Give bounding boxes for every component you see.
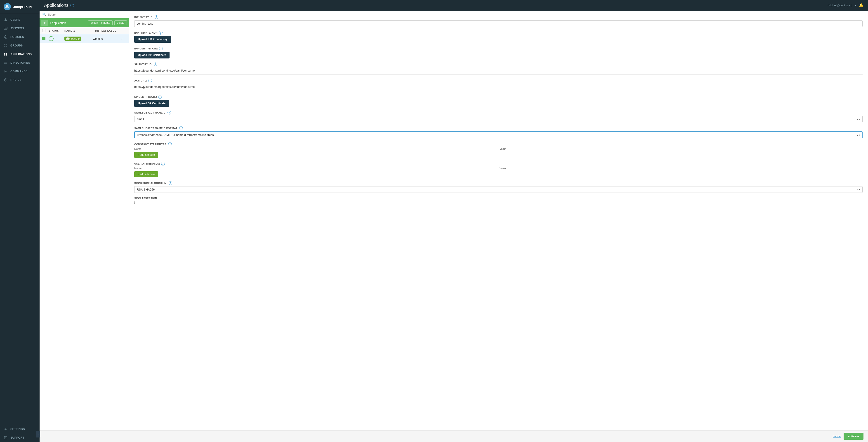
app-count: 1 application: [50, 21, 86, 25]
idp-private-key-info-icon[interactable]: i: [159, 31, 162, 35]
directories-icon: [4, 61, 8, 65]
commands-icon: [4, 69, 8, 73]
user-email: michael@continu.co: [828, 4, 852, 7]
status-column-header: STATUS: [49, 29, 64, 32]
saml-subject-nameid-format-label: SAMLSUBJECT NAMEID FORMAT: i: [134, 127, 863, 130]
action-bar: cancel activate: [39, 430, 868, 442]
sidebar-item-label: RADIUS: [10, 78, 22, 81]
upload-idp-private-key-button[interactable]: Upload IdP Private Key: [134, 36, 171, 43]
sidebar-item-systems[interactable]: SYSTEMS: [0, 24, 39, 33]
sidebar-collapse-button[interactable]: ‹: [36, 431, 40, 438]
svg-rect-11: [6, 53, 7, 54]
acs-url-info-icon[interactable]: i: [148, 79, 152, 82]
add-application-button[interactable]: +: [41, 20, 48, 26]
saml-logo: SAML: [64, 37, 93, 41]
acs-url-label: ACS URL: i: [134, 79, 863, 82]
saml-badge: SAML: [64, 37, 81, 41]
saml-subject-nameid-format-info-icon[interactable]: i: [179, 127, 183, 130]
sp-entity-id-label: SP ENTITY ID: i: [134, 63, 863, 66]
signature-algorithm-info-icon[interactable]: i: [168, 181, 172, 185]
user-dropdown-icon[interactable]: ▾: [855, 4, 856, 7]
activate-button[interactable]: activate: [844, 433, 864, 440]
page-title-info-icon[interactable]: i: [70, 4, 74, 7]
sidebar-item-commands[interactable]: COMMANDS: [0, 67, 39, 76]
sidebar-bottom: SETTINGS SUPPORT: [0, 423, 39, 442]
sidebar-item-label: DIRECTORIES: [10, 61, 30, 64]
sidebar-item-applications[interactable]: APPLICATIONS: [0, 50, 39, 59]
idp-private-key-label: IDP PRIVATE KEY: i: [134, 31, 863, 35]
saml-subject-nameid-info-icon[interactable]: i: [167, 111, 171, 114]
sidebar-item-label: COMMANDS: [10, 70, 28, 73]
svg-rect-10: [4, 53, 5, 54]
user-icon: [4, 18, 8, 22]
svg-marker-14: [4, 70, 7, 72]
display-label-cell: Continu: [93, 37, 121, 40]
signature-algorithm-field: SIGNATURE ALGORITHM: i RSA-SHA256 RSA-SH…: [134, 181, 863, 193]
sidebar-item-support[interactable]: SUPPORT: [0, 434, 39, 442]
constant-attrs-name-col: Name: [134, 147, 497, 150]
page-title: Applications: [44, 3, 68, 8]
cancel-button[interactable]: cancel: [833, 435, 841, 438]
idp-entity-id-label: IDP ENTITY ID: i: [134, 15, 863, 19]
sidebar-item-policies[interactable]: POLICIES: [0, 33, 39, 41]
name-column-header[interactable]: NAME ▲: [64, 29, 95, 32]
svg-rect-9: [6, 46, 7, 47]
gear-icon: [4, 427, 8, 431]
sidebar-navigation: USERS SYSTEMS POLICIES GROUPS APPLICATIO…: [0, 14, 39, 423]
shield-icon: [4, 35, 8, 39]
status-active-icon: ✓: [49, 36, 54, 41]
svg-rect-7: [6, 44, 7, 45]
idp-entity-id-field: IDP ENTITY ID: i: [134, 15, 863, 27]
svg-rect-5: [4, 28, 7, 29]
upload-sp-certificate-button[interactable]: Upload SP Certificate: [134, 100, 169, 107]
svg-point-1: [5, 6, 7, 8]
sidebar-item-groups[interactable]: GROUPS: [0, 41, 39, 50]
user-attributes-info-icon[interactable]: i: [161, 162, 165, 166]
add-constant-attribute-button[interactable]: + add attribute: [134, 152, 158, 158]
row-checkbox[interactable]: ✓: [42, 37, 45, 40]
acs-url-value: https://[your.domain].continu.co/saml/co…: [134, 84, 863, 90]
sidebar-item-settings[interactable]: SETTINGS: [0, 425, 39, 434]
svg-point-16: [5, 79, 6, 80]
signature-algorithm-label: SIGNATURE ALGORITHM: i: [134, 181, 863, 185]
user-attributes-field: USER ATTRIBUTES: i Name Value + add attr…: [134, 162, 863, 177]
content-area: 🔍 + 1 application export metadata delete…: [39, 11, 868, 430]
svg-rect-6: [4, 44, 5, 45]
radius-icon: [4, 78, 8, 82]
page-title-area: Applications i: [44, 3, 74, 8]
application-form-panel: IDP ENTITY ID: i IDP PRIVATE KEY: i Uplo…: [129, 11, 868, 430]
sidebar-item-radius[interactable]: RADIUS: [0, 76, 39, 84]
signature-algorithm-select[interactable]: RSA-SHA256 RSA-SHA1: [134, 186, 863, 193]
applications-list-panel: 🔍 + 1 application export metadata delete…: [39, 11, 129, 430]
sp-entity-id-info-icon[interactable]: i: [154, 63, 157, 66]
svg-point-21: [78, 38, 80, 40]
idp-entity-id-input[interactable]: [134, 20, 863, 27]
add-user-attribute-button[interactable]: + add attribute: [134, 171, 158, 177]
select-all-checkbox[interactable]: [42, 29, 45, 32]
constant-attributes-info-icon[interactable]: i: [168, 142, 172, 146]
saml-subject-nameid-format-select[interactable]: urn:oasis:names:tc:SAML:1.1:nameid-forma…: [134, 131, 863, 138]
delete-button[interactable]: delete: [114, 20, 127, 25]
sidebar-item-label: USERS: [10, 18, 20, 22]
svg-rect-8: [4, 46, 5, 47]
sp-certificate-label: SP CERTIFICATE: i: [134, 95, 863, 99]
table-header: STATUS NAME ▲ DISPLAY LABEL: [39, 27, 129, 34]
sp-certificate-info-icon[interactable]: i: [158, 95, 162, 99]
notification-bell-icon[interactable]: 🔔: [859, 3, 864, 7]
list-toolbar: + 1 application export metadata delete: [39, 18, 129, 27]
export-metadata-button[interactable]: export metadata: [88, 20, 113, 25]
table-row[interactable]: ✓ ✓ SAML: [39, 34, 129, 43]
idp-entity-id-info-icon[interactable]: i: [155, 15, 158, 19]
saml-subject-nameid-select[interactable]: email username: [134, 116, 863, 122]
constant-attributes-field: CONSTANT ATTRIBUTES: i Name Value + add …: [134, 142, 863, 158]
upload-idp-certificate-button[interactable]: Upload IdP Certificate: [134, 52, 169, 59]
saml-subject-nameid-label: SAMLSUBJECT NAMEID: i: [134, 111, 863, 114]
sidebar-item-directories[interactable]: DIRECTORIES: [0, 59, 39, 67]
idp-certificate-info-icon[interactable]: i: [159, 47, 163, 50]
row-expand-icon[interactable]: ›: [121, 37, 123, 40]
search-input[interactable]: [48, 13, 126, 16]
sign-assertion-checkbox[interactable]: [134, 201, 137, 204]
sidebar-item-users[interactable]: USERS: [0, 15, 39, 24]
applications-table: STATUS NAME ▲ DISPLAY LABEL ✓ ✓: [39, 27, 129, 430]
sidebar-item-label: APPLICATIONS: [10, 53, 32, 56]
